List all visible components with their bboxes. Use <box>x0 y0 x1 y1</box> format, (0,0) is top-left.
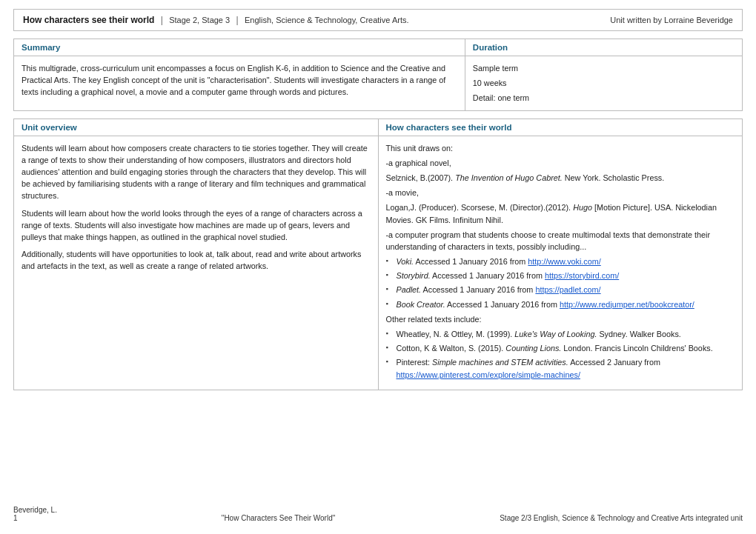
bullet-pinterest: Pinterest: Simple machines and STEM acti… <box>386 356 735 380</box>
summary-body-cell: This multigrade, cross-curriculum unit e… <box>14 56 465 110</box>
logan-ref: Logan,J. (Producer). Scorsese, M. (Direc… <box>386 201 735 225</box>
bullet-cotton: Cotton, K & Walton, S. (2015). Counting … <box>386 342 735 354</box>
header-title: How characters see their world <box>23 15 154 25</box>
movie-label: -a movie, <box>386 187 735 198</box>
bullet-wheatley: Wheatley, N. & Ottley, M. (1999). Luke's… <box>386 328 735 340</box>
footer: Beveridge, L. 1 "How Characters See Thei… <box>13 501 743 522</box>
footer-center: "How Characters See Their World" <box>57 514 500 522</box>
voki-link[interactable]: http://www.voki.com/ <box>528 257 600 266</box>
overview-section: Unit overview How characters see their w… <box>13 119 743 390</box>
header-stages: Stage 2, Stage 3 <box>169 16 230 24</box>
footer-right: Stage 2/3 English, Science & Technology … <box>500 514 743 522</box>
summary-header: Summary <box>14 39 465 56</box>
footer-name: Beveridge, L. <box>13 506 57 514</box>
footer-page: 1 <box>13 514 57 522</box>
header-sep1: | <box>158 15 165 25</box>
graphical-novel-label: -a graphical novel, <box>386 157 735 169</box>
storybird-link[interactable]: https://storybird.com/ <box>545 271 619 280</box>
header-subjects: English, Science & Technology, Creative … <box>245 16 409 24</box>
overview-para-3: Additionally, students will have opportu… <box>21 248 371 272</box>
header-bar: How characters see their world | Stage 2… <box>13 9 743 31</box>
summary-header-row: Summary Duration <box>14 39 742 56</box>
overview-body-cell: Students will learn about how composers … <box>14 136 379 390</box>
footer-left: Beveridge, L. 1 <box>13 506 57 522</box>
bullet-bookcreator: Book Creator. Accessed 1 January 2016 fr… <box>386 298 735 310</box>
duration-weeks: 10 weeks <box>473 77 735 89</box>
bookcreator-link[interactable]: http://www.redjumper.net/bookcreator/ <box>560 300 694 309</box>
duration-sample-term: Sample term <box>473 62 735 74</box>
summary-body-row: This multigrade, cross-curriculum unit e… <box>14 56 742 110</box>
summary-section: Summary Duration This multigrade, cross-… <box>13 39 743 111</box>
other-related: Other related texts include: <box>386 313 735 325</box>
overview-para-1: Students will learn about how composers … <box>21 142 371 202</box>
duration-detail: Detail: one term <box>473 92 735 104</box>
padlet-link[interactable]: https://padlet.com/ <box>535 285 600 294</box>
bullet-voki: Voki. Accessed 1 January 2016 from http:… <box>386 256 735 267</box>
how-chars-body-cell: This unit draws on: -a graphical novel, … <box>379 136 743 390</box>
pinterest-link[interactable]: https://www.pinterest.com/explore/simple… <box>397 370 580 379</box>
computer-program-intro: -a computer program that students choose… <box>386 229 735 253</box>
summary-text: This multigrade, cross-curriculum unit e… <box>21 62 457 99</box>
how-chars-header: How characters see their world <box>379 119 743 136</box>
selznick-ref: Selznick, B.(2007). The Invention of Hug… <box>386 172 735 184</box>
selznick-italic: The Invention of Hugo Cabret. <box>455 173 563 182</box>
overview-body-row: Students will learn about how composers … <box>14 136 742 390</box>
hugo-italic: Hugo <box>573 203 592 212</box>
page: How characters see their world | Stage 2… <box>0 0 756 534</box>
resource-bullet-list: Voki. Accessed 1 January 2016 from http:… <box>386 256 735 310</box>
draws-on: This unit draws on: <box>386 142 735 154</box>
header-sep2: | <box>233 15 241 25</box>
duration-body-cell: Sample term 10 weeks Detail: one term <box>465 56 742 110</box>
overview-para-2: Students will learn about how the world … <box>21 207 371 244</box>
overview-header: Unit overview <box>14 119 379 136</box>
other-bullets-list: Wheatley, N. & Ottley, M. (1999). Luke's… <box>386 328 735 381</box>
header-left: How characters see their world | Stage 2… <box>23 15 409 25</box>
duration-header: Duration <box>465 39 742 56</box>
bullet-storybird: Storybird. Accessed 1 January 2016 from … <box>386 270 735 281</box>
overview-header-row: Unit overview How characters see their w… <box>14 119 742 136</box>
header-author: Unit written by Lorraine Beveridge <box>610 16 733 24</box>
footer-stage: Stage 2/3 English, Science & Technology … <box>500 514 743 522</box>
bullet-padlet: Padlet. Accessed 1 January 2016 from htt… <box>386 284 735 296</box>
footer-title: "How Characters See Their World" <box>222 514 335 522</box>
